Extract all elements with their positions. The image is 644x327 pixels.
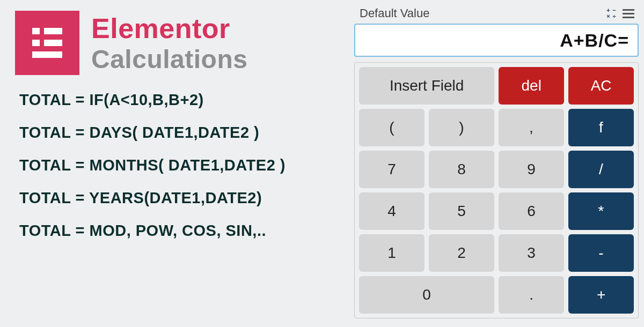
digit-2-key[interactable]: 2	[429, 234, 494, 272]
digit-3-key[interactable]: 3	[499, 234, 564, 272]
digit-0-key[interactable]: 0	[359, 276, 494, 314]
brand-title: Elementor	[91, 12, 247, 44]
info-pane: Elementor Calculations TOTAL = IF(A<10,B…	[0, 0, 354, 327]
formula-line: TOTAL = MOD, POW, COS, SIN,..	[19, 222, 343, 240]
calculator-keypad: Insert Field del AC ( ) , f 7 8 9 / 4 5 …	[354, 62, 639, 318]
formula-line: TOTAL = DAYS( DATE1,DATE2 )	[19, 124, 343, 142]
formula-examples-list: TOTAL = IF(A<10,B,B+2) TOTAL = DAYS( DAT…	[15, 91, 343, 240]
left-paren-key[interactable]: (	[359, 109, 425, 146]
brand-subtitle: Calculations	[91, 44, 247, 74]
all-clear-button[interactable]: AC	[568, 67, 634, 105]
add-key[interactable]: +	[568, 276, 634, 314]
operators-icon[interactable]: +−×÷	[605, 8, 617, 19]
display-label: Default Value	[360, 6, 429, 20]
insert-field-button[interactable]: Insert Field	[359, 67, 494, 105]
formula-display-input[interactable]	[354, 24, 639, 57]
formula-line: TOTAL = MONTHS( DATE1,DATE2 )	[19, 157, 343, 174]
digit-7-key[interactable]: 7	[359, 151, 425, 188]
multiply-key[interactable]: *	[568, 192, 634, 230]
comma-key[interactable]: ,	[499, 109, 564, 146]
function-key[interactable]: f	[568, 109, 634, 146]
digit-6-key[interactable]: 6	[499, 192, 564, 230]
digit-8-key[interactable]: 8	[429, 151, 494, 188]
divide-key[interactable]: /	[568, 151, 634, 188]
brand-block: Elementor Calculations	[15, 11, 343, 75]
elementor-logo-icon	[15, 11, 79, 75]
formula-line: TOTAL = YEARS(DATE1,DATE2)	[19, 189, 343, 207]
right-paren-key[interactable]: )	[429, 109, 494, 146]
decimal-key[interactable]: .	[499, 276, 564, 314]
digit-9-key[interactable]: 9	[499, 151, 564, 188]
digit-4-key[interactable]: 4	[359, 192, 425, 230]
delete-button[interactable]: del	[499, 67, 564, 105]
digit-5-key[interactable]: 5	[429, 192, 494, 230]
calculator-pane: Default Value +−×÷ Insert Field del AC (…	[354, 0, 644, 327]
menu-icon[interactable]	[623, 9, 634, 18]
digit-1-key[interactable]: 1	[359, 234, 425, 272]
formula-line: TOTAL = IF(A<10,B,B+2)	[19, 91, 343, 109]
subtract-key[interactable]: -	[568, 234, 634, 272]
